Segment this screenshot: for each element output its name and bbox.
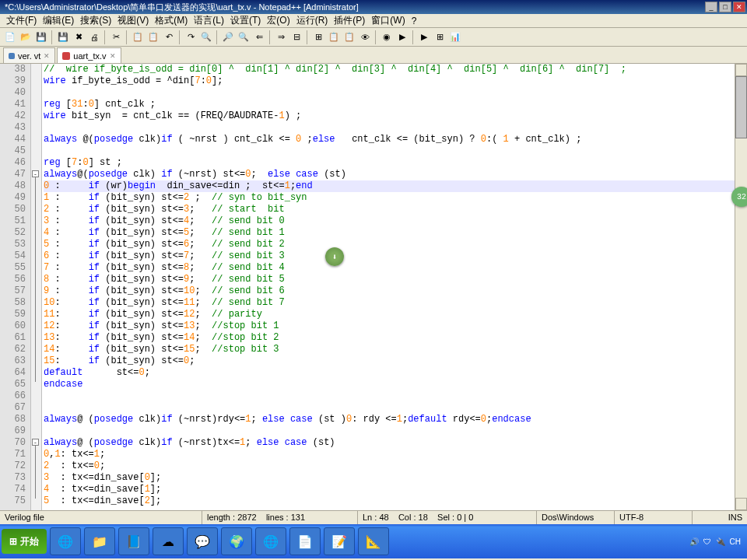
file-tab[interactable]: ver. vt✕ <box>3 47 55 63</box>
toolbar-button[interactable]: 📋 <box>327 30 341 44</box>
toolbar-button[interactable]: 🖨 <box>87 30 101 44</box>
code-line[interactable]: always@(posedge clk) if (~nrst) st<=0; e… <box>44 169 735 180</box>
code-line[interactable]: 6 : if (bit_syn) st<=7; // send bit 3 <box>44 250 735 262</box>
scroll-up-button[interactable] <box>735 64 747 76</box>
toolbar-button[interactable]: ◉ <box>380 30 394 44</box>
code-line[interactable]: 2 : tx<=0; <box>44 460 735 472</box>
code-line[interactable]: 15: if (bit_syn) st<=0; <box>44 355 735 367</box>
menu-item[interactable]: 窗口(W) <box>368 14 408 27</box>
code-line[interactable]: always @(posedge clk)if ( ~nrst ) cnt_cl… <box>44 134 735 145</box>
menu-item[interactable]: 设置(T) <box>227 14 264 27</box>
code-line[interactable]: wire bit_syn = cnt_clk == (FREQ/BAUDRATE… <box>44 110 735 122</box>
code-line[interactable]: // wire if_byte_is_odd = din[0] ^ din[1]… <box>44 64 735 75</box>
code-line[interactable]: 2 : if (bit_syn) st<=3; // start bit <box>44 204 735 215</box>
toolbar-button[interactable]: ✂ <box>109 30 123 44</box>
fold-toggle[interactable]: - <box>32 170 39 177</box>
code-line[interactable]: 5 : tx<=din_save[2]; <box>44 495 735 507</box>
tab-close-icon[interactable]: ✕ <box>44 52 50 60</box>
taskbar-app[interactable]: 📝 <box>324 527 355 555</box>
code-line[interactable]: 9 : if (bit_syn) st<=10; // send bit 6 <box>44 285 735 297</box>
toolbar-button[interactable]: ⊟ <box>289 30 303 44</box>
code-area[interactable]: // wire if_byte_is_odd = din[0] ^ din[1]… <box>42 64 735 510</box>
toolbar-button[interactable]: ⇐ <box>252 30 266 44</box>
tray-icon[interactable]: 🔌 <box>716 537 725 546</box>
menu-item[interactable]: ? <box>409 16 420 26</box>
menu-item[interactable]: 语言(L) <box>191 14 227 27</box>
maximize-button[interactable]: □ <box>719 2 731 12</box>
code-line[interactable] <box>44 145 735 157</box>
start-button[interactable]: ⊞ 开始 <box>2 529 47 554</box>
code-line[interactable]: default st<=0; <box>44 367 735 379</box>
toolbar-button[interactable]: 📄 <box>3 30 17 44</box>
toolbar-button[interactable]: ✖ <box>72 30 86 44</box>
taskbar-app[interactable]: 💬 <box>187 527 218 555</box>
taskbar-app[interactable]: 📐 <box>358 527 389 555</box>
toolbar-button[interactable]: 📊 <box>448 30 462 44</box>
toolbar-button[interactable]: ⊞ <box>311 30 325 44</box>
toolbar-button[interactable]: ⊞ <box>433 30 447 44</box>
toolbar-button[interactable]: 👁 <box>358 30 372 44</box>
vertical-scrollbar[interactable] <box>735 64 747 510</box>
tray-icon[interactable]: CH <box>730 537 741 546</box>
menu-item[interactable]: 运行(R) <box>293 14 331 27</box>
code-line[interactable]: 10: if (bit_syn) st<=11; // send bit 7 <box>44 297 735 309</box>
taskbar-app[interactable]: 📄 <box>289 527 321 555</box>
toolbar-button[interactable]: 🔎 <box>221 30 235 44</box>
taskbar-app[interactable]: 🌐 <box>255 527 286 555</box>
menu-item[interactable]: 插件(P) <box>331 14 368 27</box>
code-line[interactable] <box>44 390 735 402</box>
menu-item[interactable]: 搜索(S) <box>77 14 114 27</box>
toolbar-button[interactable]: ↷ <box>184 30 198 44</box>
taskbar-app[interactable]: 🌍 <box>221 527 252 555</box>
taskbar-app[interactable]: 📁 <box>84 527 115 555</box>
toolbar-button[interactable]: 📂 <box>19 30 33 44</box>
code-line[interactable]: 13: if (bit_syn) st<=14; //stop bit 2 <box>44 332 735 344</box>
tray-icon[interactable]: 🛡 <box>703 537 711 546</box>
toolbar-button[interactable]: 📋 <box>146 30 160 44</box>
code-line[interactable]: always@ (posedge clk)if (~nrst)tx<=1; el… <box>44 437 735 449</box>
system-tray[interactable]: 🔊🛡🔌CH <box>685 537 745 546</box>
minimize-button[interactable]: _ <box>705 2 717 12</box>
taskbar-app[interactable]: 📘 <box>118 527 149 555</box>
side-badge[interactable]: 32 <box>731 187 747 207</box>
code-line[interactable]: 8 : if (bit_syn) st<=9; // send bit 5 <box>44 274 735 285</box>
toolbar-button[interactable]: ▶ <box>417 30 431 44</box>
code-line[interactable]: 4 : tx<=din_save[1]; <box>44 484 735 495</box>
code-line[interactable] <box>44 425 735 437</box>
code-line[interactable]: reg [7:0] st ; <box>44 157 735 169</box>
code-line[interactable]: 11: if (bit_syn) st<=12; // parity <box>44 309 735 320</box>
toolbar-button[interactable]: 🔍 <box>199 30 213 44</box>
toolbar-button[interactable]: 💾 <box>56 30 70 44</box>
toolbar-button[interactable]: 📋 <box>131 30 145 44</box>
tab-close-icon[interactable]: ✕ <box>110 52 116 60</box>
taskbar-app[interactable]: 🌐 <box>50 527 81 555</box>
menu-item[interactable]: 格式(M) <box>152 14 191 27</box>
code-line[interactable] <box>44 402 735 414</box>
tray-icon[interactable]: 🔊 <box>689 537 699 546</box>
taskbar-app[interactable]: ☁ <box>153 527 184 555</box>
code-line[interactable]: always@ (posedge clk)if (~nrst)rdy<=1; e… <box>44 414 735 425</box>
toolbar-button[interactable]: 🔍 <box>237 30 251 44</box>
toolbar-button[interactable]: ▶ <box>395 30 409 44</box>
code-line[interactable]: 12: if (bit_syn) st<=13; //stop bit 1 <box>44 320 735 332</box>
code-line[interactable]: 0,1: tx<=1; <box>44 449 735 460</box>
code-line[interactable]: reg [31:0] cnt_clk ; <box>44 99 735 110</box>
scroll-down-button[interactable] <box>735 498 747 510</box>
code-line[interactable]: endcase <box>44 379 735 390</box>
code-line[interactable]: wire if_byte_is_odd = ^din[7:0]; <box>44 75 735 87</box>
code-line[interactable] <box>44 122 735 134</box>
toolbar-button[interactable]: ↶ <box>162 30 176 44</box>
menu-item[interactable]: 视图(V) <box>114 14 152 27</box>
menu-item[interactable]: 编辑(E) <box>40 14 77 27</box>
fold-toggle[interactable]: - <box>32 439 39 446</box>
code-line[interactable]: 5 : if (bit_syn) st<=6; // send bit 2 <box>44 239 735 250</box>
toolbar-button[interactable]: 📋 <box>342 30 356 44</box>
toolbar-button[interactable]: 💾 <box>34 30 48 44</box>
code-line[interactable] <box>44 87 735 99</box>
code-line[interactable]: 3 : tx<=din_save[0]; <box>44 472 735 484</box>
code-line[interactable]: 7 : if (bit_syn) st<=8; // send bit 4 <box>44 262 735 274</box>
code-line[interactable]: 0 : if (wr)begin din_save<=din ; st<=1;e… <box>44 180 735 192</box>
menu-item[interactable]: 宏(O) <box>264 14 293 27</box>
file-tab[interactable]: uart_tx.v✕ <box>57 47 121 63</box>
code-line[interactable]: 4 : if (bit_syn) st<=5; // send bit 1 <box>44 227 735 239</box>
